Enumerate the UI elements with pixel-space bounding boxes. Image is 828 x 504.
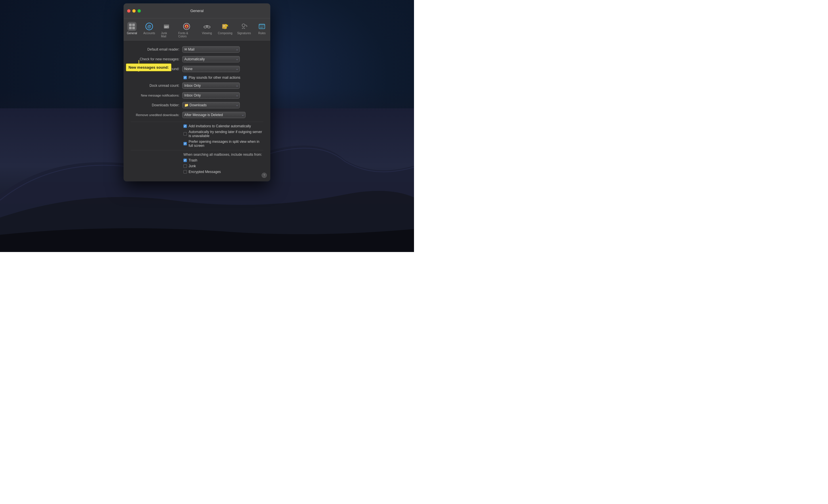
- svg-rect-3: [129, 27, 132, 29]
- junk-checkbox[interactable]: [183, 164, 187, 168]
- separator-2: [130, 150, 263, 150]
- separator-1: [130, 122, 263, 122]
- auto-send-later-row: Automatically try sending later if outgo…: [130, 130, 263, 138]
- check-new-messages-label: Check for new messages:: [130, 57, 182, 61]
- junk-label: Junk Mail: [161, 32, 172, 38]
- svg-rect-23: [223, 26, 225, 27]
- general-icon-wrap: [127, 22, 136, 31]
- svg-rect-9: [165, 27, 168, 27]
- svg-point-15: [204, 26, 207, 28]
- notifications-select[interactable]: Inbox Only: [182, 92, 240, 99]
- toolbar-item-junk-mail[interactable]: Junk Mail: [158, 21, 175, 39]
- rules-label: Rules: [258, 32, 266, 35]
- check-new-messages-control: Automatically: [182, 56, 263, 62]
- toolbar-item-rules[interactable]: Rules: [254, 21, 270, 39]
- dock-unread-select[interactable]: Inbox Only: [182, 83, 240, 89]
- dock-unread-select-wrap: Inbox Only: [182, 83, 240, 89]
- toolbar-item-signatures[interactable]: Signatures: [235, 21, 253, 39]
- window-title: General: [190, 9, 204, 13]
- composing-icon-wrap: [220, 22, 230, 31]
- check-new-messages-row: Check for new messages: Automatically: [130, 56, 263, 62]
- prefer-split-view-row: Prefer opening messages in split view wh…: [130, 140, 263, 148]
- remove-downloads-select-wrap: After Message is Deleted: [182, 112, 246, 118]
- fonts-icon-wrap: A: [182, 22, 191, 31]
- svg-rect-1: [129, 24, 132, 26]
- add-invitations-label: Add invitations to Calendar automaticall…: [189, 124, 251, 128]
- toolbar-item-viewing[interactable]: Viewing: [199, 21, 215, 39]
- svg-text:A: A: [185, 25, 188, 29]
- downloads-folder-select-wrap: 📁 Downloads: [182, 102, 240, 108]
- dock-unread-control: Inbox Only: [182, 83, 263, 89]
- signatures-icon-wrap: [240, 22, 249, 31]
- svg-rect-30: [260, 28, 263, 28]
- signatures-icon: [240, 22, 248, 31]
- notifications-control: Inbox Only: [182, 92, 263, 99]
- auto-send-later-checkbox[interactable]: [183, 132, 187, 136]
- notifications-row: New message notifications: Inbox Only: [130, 92, 263, 99]
- downloads-folder-select[interactable]: 📁 Downloads: [182, 102, 240, 108]
- notifications-select-wrap: Inbox Only: [182, 92, 240, 99]
- play-sounds-checkbox[interactable]: [183, 76, 187, 79]
- add-invitations-checkbox[interactable]: [183, 125, 187, 128]
- trash-checkbox[interactable]: [183, 158, 187, 162]
- trash-row: Trash: [130, 158, 263, 163]
- play-sounds-label: Play sounds for other mail actions: [189, 76, 240, 80]
- close-button[interactable]: [127, 9, 130, 13]
- svg-rect-18: [206, 25, 208, 26]
- viewing-icon-wrap: [202, 22, 212, 31]
- encrypted-checkbox[interactable]: [183, 170, 187, 174]
- default-email-reader-label: Default email reader:: [130, 47, 182, 51]
- dock-unread-label: Dock unread count:: [130, 84, 182, 88]
- toolbar-item-fonts-colors[interactable]: A Fonts & Colors: [175, 21, 198, 39]
- prefer-split-view-label: Prefer opening messages in split view wh…: [189, 140, 263, 148]
- default-email-reader-select-wrap: ✉ Mail: [182, 46, 240, 53]
- default-email-reader-select[interactable]: ✉ Mail: [182, 46, 240, 53]
- general-label: General: [127, 32, 137, 35]
- check-new-messages-select[interactable]: Automatically: [182, 56, 240, 62]
- svg-rect-2: [132, 24, 135, 26]
- toolbar-item-composing[interactable]: Composing: [216, 21, 235, 39]
- auto-send-later-label: Automatically try sending later if outgo…: [189, 130, 263, 138]
- svg-rect-10: [165, 27, 167, 28]
- remove-downloads-label: Remove unedited downloads:: [130, 113, 182, 117]
- check-new-messages-select-wrap: Automatically: [182, 56, 240, 62]
- fonts-icon: A: [182, 22, 191, 31]
- svg-rect-29: [260, 27, 264, 27]
- title-bar: General: [124, 3, 270, 18]
- default-email-reader-control: ✉ Mail: [182, 46, 263, 53]
- new-messages-sound-control: None: [182, 66, 263, 72]
- tooltip-annotation: New messages sound:: [126, 63, 171, 71]
- junk-label: Junk: [189, 164, 196, 168]
- accounts-icon: @: [145, 22, 153, 31]
- svg-point-24: [242, 24, 245, 27]
- general-icon: [128, 22, 136, 31]
- toolbar-item-accounts[interactable]: @ Accounts: [141, 21, 158, 39]
- search-section-label: When searching all mailboxes, include re…: [130, 152, 263, 156]
- traffic-lights: [127, 9, 141, 13]
- play-sounds-row: Play sounds for other mail actions: [130, 76, 263, 80]
- accounts-label: Accounts: [143, 32, 155, 35]
- new-messages-sound-select[interactable]: None: [182, 66, 240, 72]
- new-messages-sound-select-wrap: None: [182, 66, 240, 72]
- rules-icon: [258, 22, 266, 31]
- composing-label: Composing: [218, 32, 233, 35]
- viewing-icon: [203, 22, 211, 31]
- toolbar-item-general[interactable]: General: [124, 21, 140, 39]
- encrypted-label: Encrypted Messages: [189, 170, 221, 174]
- default-email-reader-row: Default email reader: ✉ Mail: [130, 46, 263, 53]
- fonts-label: Fonts & Colors: [178, 32, 195, 38]
- remove-downloads-select[interactable]: After Message is Deleted: [182, 112, 246, 118]
- minimize-button[interactable]: [132, 9, 136, 13]
- downloads-folder-row: Downloads folder: 📁 Downloads: [130, 102, 263, 108]
- viewing-label: Viewing: [202, 32, 212, 35]
- prefer-split-view-checkbox[interactable]: [183, 142, 187, 145]
- preferences-window: General General @ Accou: [124, 3, 270, 181]
- help-button[interactable]: ?: [262, 173, 267, 178]
- svg-rect-8: [164, 25, 169, 26]
- maximize-button[interactable]: [137, 9, 141, 13]
- dock-unread-row: Dock unread count: Inbox Only: [130, 83, 263, 89]
- remove-downloads-control: After Message is Deleted: [182, 112, 263, 118]
- trash-label: Trash: [189, 158, 197, 163]
- remove-downloads-row: Remove unedited downloads: After Message…: [130, 112, 263, 118]
- svg-rect-4: [132, 27, 135, 29]
